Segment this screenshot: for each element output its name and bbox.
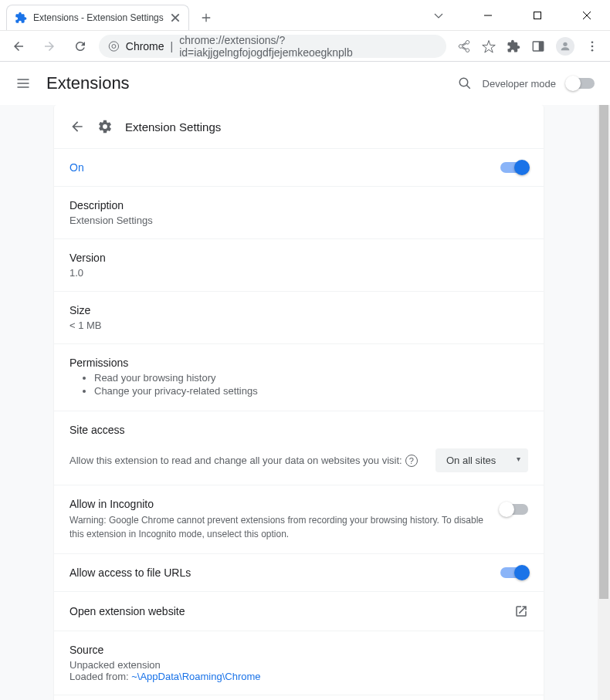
extensions-header: Extensions Developer mode bbox=[0, 62, 610, 105]
size-section: Size < 1 MB bbox=[54, 291, 544, 343]
extension-icon bbox=[15, 12, 27, 24]
size-label: Size bbox=[69, 304, 528, 316]
detail-header: Extension Settings bbox=[54, 105, 544, 148]
maximize-button[interactable] bbox=[524, 4, 551, 27]
incognito-label: Allow in Incognito bbox=[69, 498, 485, 510]
source-section: Source Unpacked extension Loaded from: ~… bbox=[54, 631, 544, 695]
page-title: Extensions bbox=[46, 73, 130, 93]
back-arrow-icon[interactable] bbox=[69, 119, 85, 134]
open-website-row[interactable]: Open extension website bbox=[54, 591, 544, 631]
permissions-list: Read your browsing history Change your p… bbox=[69, 372, 528, 397]
svg-point-2 bbox=[109, 41, 118, 50]
share-icon[interactable] bbox=[457, 39, 471, 53]
source-value: Unpacked extension bbox=[69, 659, 528, 671]
svg-point-9 bbox=[591, 49, 594, 51]
developer-mode-label: Developer mode bbox=[483, 78, 556, 90]
close-icon[interactable] bbox=[170, 12, 181, 23]
browser-tab[interactable]: Extensions - Extension Settings bbox=[6, 5, 189, 30]
avatar-icon[interactable] bbox=[556, 37, 574, 56]
gear-icon bbox=[97, 119, 113, 134]
remove-extension-row[interactable]: Remove extension ▸ bbox=[54, 695, 544, 700]
permission-item: Read your browsing history bbox=[94, 372, 528, 384]
url-text: chrome://extensions/?id=iakjjgelngfojogd… bbox=[179, 34, 437, 59]
chevron-down-icon[interactable] bbox=[425, 4, 452, 27]
svg-point-6 bbox=[563, 42, 567, 46]
description-label: Description bbox=[69, 199, 528, 211]
site-access-section: Site access Allow this extension to read… bbox=[54, 411, 544, 485]
forward-button[interactable] bbox=[37, 34, 62, 59]
enabled-toggle[interactable] bbox=[500, 162, 528, 173]
svg-line-11 bbox=[466, 85, 470, 89]
minimize-button[interactable] bbox=[474, 4, 502, 27]
version-label: Version bbox=[69, 252, 528, 264]
file-urls-section: Allow access to file URLs bbox=[54, 553, 544, 591]
open-website-label: Open extension website bbox=[69, 605, 185, 617]
dropdown-value: On all sites bbox=[446, 455, 496, 466]
description-section: Description Extension Settings bbox=[54, 186, 544, 238]
site-access-label: Site access bbox=[69, 424, 528, 436]
svg-point-7 bbox=[591, 41, 594, 43]
svg-point-8 bbox=[591, 45, 594, 47]
incognito-desc: Warning: Google Chrome cannot prevent ex… bbox=[69, 513, 485, 541]
site-access-desc: Allow this extension to read and change … bbox=[69, 455, 402, 466]
omnibox[interactable]: Chrome | chrome://extensions/?id=iakjjge… bbox=[99, 35, 446, 58]
star-icon[interactable] bbox=[482, 39, 496, 53]
sidepanel-icon[interactable] bbox=[531, 39, 545, 53]
puzzle-icon[interactable] bbox=[507, 39, 520, 53]
svg-point-10 bbox=[459, 78, 468, 86]
source-path: ~\AppData\Roaming\Chrome bbox=[131, 671, 260, 682]
scrollbar-thumb[interactable] bbox=[599, 105, 608, 599]
new-tab-button[interactable] bbox=[195, 7, 217, 29]
file-urls-toggle[interactable] bbox=[500, 567, 528, 578]
extension-name: Extension Settings bbox=[125, 120, 221, 134]
on-label: On bbox=[69, 161, 84, 174]
tab-title: Extensions - Extension Settings bbox=[33, 12, 164, 23]
tab-strip: Extensions - Extension Settings bbox=[6, 5, 217, 30]
permissions-section: Permissions Read your browsing history C… bbox=[54, 343, 544, 411]
permissions-label: Permissions bbox=[69, 357, 528, 369]
permission-item: Change your privacy-related settings bbox=[94, 385, 528, 397]
source-label: Source bbox=[69, 644, 528, 656]
incognito-toggle[interactable] bbox=[500, 504, 528, 515]
close-button[interactable] bbox=[573, 4, 601, 27]
help-icon[interactable]: ? bbox=[405, 455, 418, 467]
developer-mode-toggle[interactable] bbox=[567, 78, 595, 89]
chrome-icon bbox=[108, 40, 120, 52]
back-button[interactable] bbox=[6, 34, 31, 59]
url-prefix: Chrome bbox=[126, 40, 164, 52]
search-icon[interactable] bbox=[458, 76, 472, 90]
incognito-section: Allow in Incognito Warning: Google Chrom… bbox=[54, 485, 544, 553]
version-value: 1.0 bbox=[69, 267, 528, 279]
size-value: < 1 MB bbox=[69, 320, 528, 331]
description-value: Extension Settings bbox=[69, 215, 528, 226]
content-area: Extension Settings On Description Extens… bbox=[0, 105, 598, 700]
site-access-dropdown[interactable]: On all sites bbox=[435, 448, 528, 472]
hamburger-icon[interactable] bbox=[15, 76, 31, 91]
source-loaded: Loaded from: ~\AppData\Roaming\Chrome bbox=[69, 671, 528, 682]
scrollbar-track[interactable] bbox=[598, 105, 610, 700]
on-section: On bbox=[54, 148, 544, 186]
file-urls-label: Allow access to file URLs bbox=[69, 566, 191, 579]
svg-rect-5 bbox=[539, 42, 544, 51]
address-bar: Chrome | chrome://extensions/?id=iakjjge… bbox=[0, 31, 610, 62]
svg-rect-1 bbox=[534, 12, 541, 19]
reload-button[interactable] bbox=[68, 34, 93, 59]
extension-detail-card: Extension Settings On Description Extens… bbox=[54, 105, 544, 700]
menu-dots-icon[interactable] bbox=[585, 39, 599, 53]
svg-point-3 bbox=[112, 44, 116, 48]
version-section: Version 1.0 bbox=[54, 238, 544, 291]
open-external-icon bbox=[514, 604, 528, 618]
